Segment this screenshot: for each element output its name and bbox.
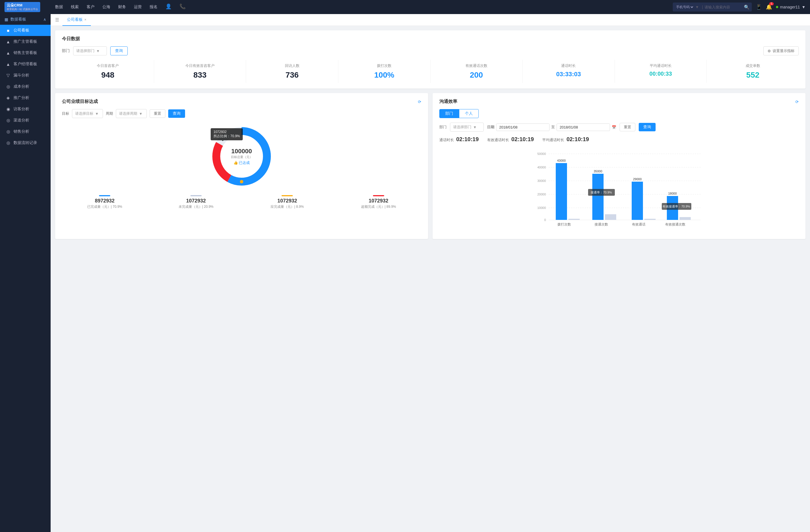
sidebar-label-sales-analysis: 销售分析 xyxy=(14,129,29,134)
donut-chart-area: 100000 目标总量（元） 👍 已达成 1072932 所占比例：70.9% xyxy=(62,122,421,190)
sidebar-label-funnel: 漏斗分析 xyxy=(14,73,29,78)
tablet-icon[interactable]: 📱 xyxy=(756,4,762,10)
legend-should-complete: 1072932 应完成量（元）| 8.9% xyxy=(244,193,330,212)
sidebar-item-company-board[interactable]: ■ 公司看板 xyxy=(0,25,51,36)
period-select[interactable]: 请选择周期 ▼ xyxy=(116,109,147,118)
svg-text:20000: 20000 xyxy=(537,193,546,196)
svg-text:接通率：70.9%: 接通率：70.9% xyxy=(590,190,612,194)
user-menu[interactable]: manager11 ▼ xyxy=(776,5,806,9)
top-navigation: 云朵CRM 教育机构一站 式服务云平台 数据 线索 客户 公海 财务 运营 报名… xyxy=(0,0,810,14)
search-icon[interactable]: 🔍 xyxy=(744,4,749,10)
date-to-input[interactable] xyxy=(556,123,610,131)
calendar-icon[interactable]: 📅 xyxy=(612,125,616,129)
nav-operations[interactable]: 运营 xyxy=(134,3,142,11)
nav-open-sea[interactable]: 公海 xyxy=(102,3,110,11)
comm-query-button[interactable]: 查询 xyxy=(639,123,655,131)
date-range: 日期 至 📅 xyxy=(487,123,616,131)
sidebar-item-funnel[interactable]: ▽ 漏斗分析 xyxy=(0,70,51,81)
username: manager11 xyxy=(780,5,800,9)
nav-right-area: 手机号码 ▼ | 🔍 📱 🔔 5 manager11 ▼ xyxy=(673,2,806,12)
nav-data[interactable]: 数据 xyxy=(55,3,63,11)
bar-connect-blue xyxy=(592,174,603,220)
svg-text:40000: 40000 xyxy=(537,166,546,169)
sidebar-item-data-flow[interactable]: ◎ 数据流转记录 xyxy=(0,137,51,148)
today-query-button[interactable]: 查询 xyxy=(110,46,128,55)
search-type-select[interactable]: 手机号码 xyxy=(675,5,694,9)
dept-placeholder: 请选择部门 xyxy=(76,48,95,53)
svg-text:43000: 43000 xyxy=(557,159,566,162)
target-placeholder: 请选择目标 xyxy=(75,111,93,116)
phone-icon[interactable]: 📞 xyxy=(179,3,185,11)
metric-value-3: 100% xyxy=(341,70,428,80)
company-board-icon: ■ xyxy=(6,28,11,33)
sidebar-item-channel[interactable]: ◎ 渠道分析 xyxy=(0,115,51,126)
comm-stats: 通话时长 02:10:19 有效通话时长 02:10:19 平均通话时长 02:… xyxy=(439,136,799,143)
comm-refresh-icon[interactable]: ⟳ xyxy=(795,100,799,104)
svg-text:接通次数: 接通次数 xyxy=(595,222,608,226)
dept-select[interactable]: 请选择部门 ▼ xyxy=(73,46,107,55)
cost-icon: ◎ xyxy=(6,84,11,89)
comm-tab-dept[interactable]: 部门 xyxy=(439,109,459,118)
logo: 云朵CRM 教育机构一站 式服务云平台 xyxy=(4,2,40,12)
comm-efficiency-card: 沟通效率 ⟳ 部门 个人 部门 请选择部门 ▼ 日期 至 xyxy=(433,93,806,239)
sidebar-label-promotion-board: 推广主管看板 xyxy=(14,39,37,44)
tab-bar: ☰ 公司看板 × xyxy=(51,14,810,26)
metric-label-1: 今日有效首咨客户 xyxy=(156,63,244,68)
svg-text:50000: 50000 xyxy=(537,152,546,155)
sidebar-dashboard-header[interactable]: ▦ 数据看板 ∧ xyxy=(0,14,51,25)
bar-chart-wrapper: 50000 40000 30000 20000 10000 0 43000 xyxy=(439,148,799,233)
sidebar: ▦ 数据看板 ∧ ■ 公司看板 ▲ 推广主管看板 ▲ 销售主管看板 ▲ 客户经理… xyxy=(0,14,51,244)
sidebar-label-channel: 渠道分析 xyxy=(14,118,29,123)
donut-tooltip: 1072932 所占比例：70.9% xyxy=(211,128,243,140)
sidebar-label-sales-board: 销售主管看板 xyxy=(14,50,37,55)
target-reset-button[interactable]: 重置 xyxy=(150,110,165,118)
sidebar-item-sales-analysis[interactable]: ◎ 销售分析 xyxy=(0,126,51,137)
date-from-input[interactable] xyxy=(496,123,550,131)
settings-label: 设置显示指标 xyxy=(773,48,795,53)
legend-value-2: 1072932 xyxy=(277,198,297,204)
search-input[interactable] xyxy=(704,5,744,9)
comm-reset-button[interactable]: 重置 xyxy=(620,123,635,131)
comm-dept-select[interactable]: 请选择部门 ▼ xyxy=(450,122,484,132)
sidebar-item-promotion-analysis[interactable]: ◈ 推广分析 xyxy=(0,92,51,103)
tab-close-icon[interactable]: × xyxy=(84,18,86,22)
tooltip-line1: 1072932 xyxy=(213,130,240,134)
comm-dept-placeholder: 请选择部门 xyxy=(453,124,471,130)
sidebar-item-account-board[interactable]: ▲ 客户经理看板 xyxy=(0,59,51,70)
comm-stat-1: 有效通话时长 02:10:19 xyxy=(487,136,534,143)
settings-button[interactable]: ⚙ 设置显示指标 xyxy=(763,46,799,55)
comm-tab-person[interactable]: 个人 xyxy=(459,109,479,118)
sidebar-collapse-icon[interactable]: ∧ xyxy=(43,17,46,22)
nav-leads[interactable]: 线索 xyxy=(71,3,79,11)
target-select[interactable]: 请选择目标 ▼ xyxy=(72,109,103,118)
target-query-button[interactable]: 查询 xyxy=(168,110,185,118)
sidebar-item-promotion-board[interactable]: ▲ 推广主管看板 xyxy=(0,36,51,47)
metric-new-consult: 今日首咨客户 948 xyxy=(62,60,154,83)
comm-stat-value-2: 02:10:19 xyxy=(566,136,589,143)
legend-value-3: 1072932 xyxy=(369,198,388,204)
nav-registration[interactable]: 报名 xyxy=(150,3,158,11)
metric-value-0: 948 xyxy=(64,70,151,80)
data-flow-icon: ◎ xyxy=(6,140,11,145)
metric-effective-calls: 有效通话次数 200 xyxy=(431,60,523,83)
person-icon[interactable]: 👤 xyxy=(165,3,172,11)
account-board-icon: ▲ xyxy=(6,62,11,67)
logo-subtitle: 教育机构一站 式服务云平台 xyxy=(7,8,38,11)
notification-bell[interactable]: 🔔 5 xyxy=(766,4,772,10)
target-card-title: 公司业绩目标达成 xyxy=(62,99,98,105)
nav-finance[interactable]: 财务 xyxy=(118,3,126,11)
tooltip-line2: 所占比例：70.9% xyxy=(213,134,240,139)
sidebar-item-sales-board[interactable]: ▲ 销售主管看板 xyxy=(0,47,51,59)
tab-menu-icon[interactable]: ☰ xyxy=(55,17,59,22)
sidebar-item-cost[interactable]: ◎ 成本分析 xyxy=(0,81,51,92)
sidebar-item-visitor[interactable]: ◉ 访客分析 xyxy=(0,103,51,115)
legend-line-completed xyxy=(99,195,110,196)
promotion-board-icon: ▲ xyxy=(6,39,11,44)
page-body: 今日数据 部门 请选择部门 ▼ 查询 ⚙ 设置显示指标 今日首咨客户 xyxy=(51,26,810,244)
notification-count: 5 xyxy=(769,2,774,5)
comm-tabs: 部门 个人 xyxy=(439,109,799,118)
nav-clients[interactable]: 客户 xyxy=(87,3,95,11)
svg-text:10000: 10000 xyxy=(537,206,546,210)
tab-company-board[interactable]: 公司看板 × xyxy=(62,14,91,26)
target-refresh-icon[interactable]: ⟳ xyxy=(418,100,421,104)
